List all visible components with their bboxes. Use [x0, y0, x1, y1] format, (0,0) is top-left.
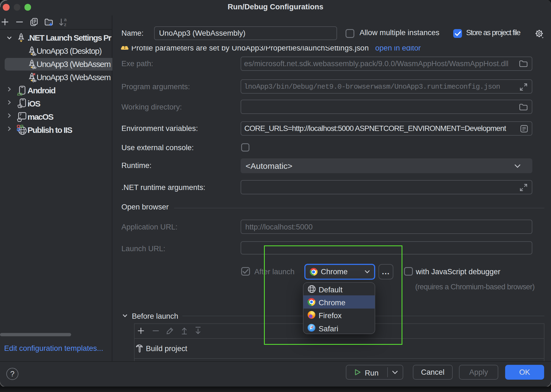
svg-text:z: z	[64, 22, 66, 27]
svg-text:a: a	[64, 18, 67, 22]
